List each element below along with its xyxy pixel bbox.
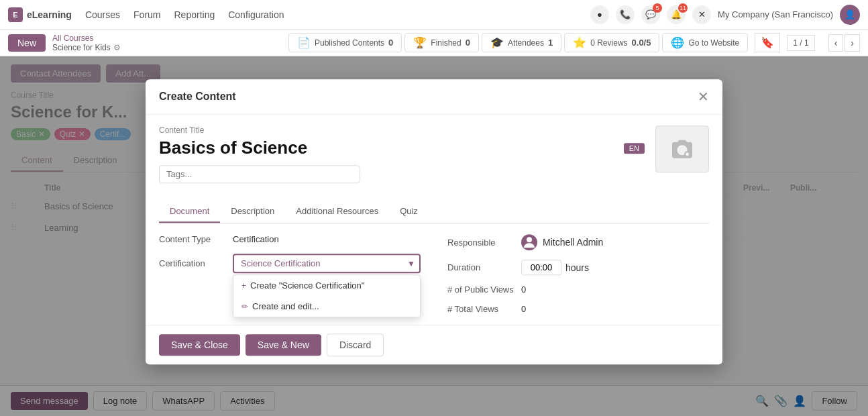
duration-unit: hours xyxy=(565,262,589,273)
reviews-label: 0 Reviews xyxy=(590,38,627,48)
attendees-label: Attendees xyxy=(508,38,544,48)
content-title-row: Basics of Science EN xyxy=(159,138,645,158)
bell-badge: 11 xyxy=(678,3,688,13)
bell-icon[interactable]: 🔔 11 xyxy=(667,5,686,24)
responsible-label: Responsible xyxy=(447,238,514,248)
settings-gear-icon[interactable]: ⚙ xyxy=(113,43,121,52)
edit-icon: ✏ xyxy=(241,302,248,311)
nav-reporting[interactable]: Reporting xyxy=(174,9,215,20)
breadcrumb: All Courses Science for Kids ⚙ xyxy=(52,34,121,52)
total-views-value: 0 xyxy=(521,304,526,314)
reviews-score: 0.0/5 xyxy=(632,38,651,48)
tab-document[interactable]: Document xyxy=(159,201,220,223)
public-views-field: # of Public Views 0 xyxy=(447,284,709,295)
create-certification-item[interactable]: + Create "Science Certification" xyxy=(233,275,420,296)
modal-close-button[interactable]: ✕ xyxy=(698,90,709,103)
duration-value-row: hours xyxy=(521,260,589,275)
content-type-value: Certification xyxy=(233,234,279,244)
nav-courses[interactable]: Courses xyxy=(85,9,120,20)
top-navigation: E eLearning Courses Forum Reporting Conf… xyxy=(0,0,868,30)
tab-additional-resources[interactable]: Additional Resources xyxy=(285,201,389,223)
published-contents-stat[interactable]: 📄 Published Contents 0 xyxy=(288,33,402,52)
public-views-value: 0 xyxy=(521,284,526,295)
website-icon: 🌐 xyxy=(671,36,684,49)
tags-input[interactable] xyxy=(159,165,360,183)
stats-bar: 📄 Published Contents 0 🏆 Finished 0 🎓 At… xyxy=(288,33,748,52)
user-avatar[interactable]: 👤 xyxy=(840,5,860,25)
create-edit-label: Create and edit... xyxy=(252,301,319,311)
next-button[interactable]: › xyxy=(845,34,860,52)
certification-label: Certification xyxy=(159,258,226,268)
main-area: Contact Attendees Add Att... Course Titl… xyxy=(0,56,868,416)
duration-field: Duration hours xyxy=(447,260,709,275)
phone-icon[interactable]: 📞 xyxy=(616,5,635,24)
attendees-count: 1 xyxy=(548,38,553,48)
language-badge[interactable]: EN xyxy=(624,143,645,154)
published-count: 0 xyxy=(388,38,393,48)
responsible-name: Mitchell Admin xyxy=(543,237,603,248)
content-image[interactable] xyxy=(655,125,709,172)
company-name: My Company (San Francisco) xyxy=(718,9,833,19)
reviews-icon: ⭐ xyxy=(573,36,586,49)
modal-body: Content Title Basics of Science EN Docum… xyxy=(146,115,722,325)
goto-label: Go to Website xyxy=(688,38,739,48)
form-content: Content Type Certification Certification… xyxy=(159,234,709,314)
close-icon[interactable]: ✕ xyxy=(692,5,711,24)
chat-badge: 5 xyxy=(653,3,662,13)
create-edit-item[interactable]: ✏ Create and edit... xyxy=(233,296,420,317)
modal-tabs: Document Description Additional Resource… xyxy=(159,201,709,223)
form-right: Responsible Mitchell Admin Duration h xyxy=(447,234,709,314)
content-type-label: Content Type xyxy=(159,234,226,244)
nav-configuration[interactable]: Configuration xyxy=(228,9,284,20)
certification-input[interactable] xyxy=(233,254,421,273)
main-nav: Courses Forum Reporting Configuration xyxy=(85,9,284,20)
nav-forum[interactable]: Forum xyxy=(133,9,160,20)
form-left: Content Type Certification Certification… xyxy=(159,234,421,314)
finished-icon: 🏆 xyxy=(413,36,427,49)
responsible-value: Mitchell Admin xyxy=(521,234,603,250)
responsible-field: Responsible Mitchell Admin xyxy=(447,234,709,250)
chat-icon[interactable]: 💬 5 xyxy=(641,5,660,24)
certification-field: Certification ▼ + Create "Science Certif… xyxy=(159,254,421,273)
circle-icon[interactable]: ● xyxy=(590,5,609,24)
finished-label: Finished xyxy=(431,38,461,48)
published-label: Published Contents xyxy=(315,38,384,48)
prev-button[interactable]: ‹ xyxy=(828,34,844,52)
page-indicator: 1 / 1 xyxy=(787,35,814,51)
duration-input[interactable] xyxy=(521,260,561,275)
public-views-label: # of Public Views xyxy=(447,284,514,295)
brand-label: eLearning xyxy=(27,9,72,20)
bookmark-button[interactable]: 🔖 xyxy=(755,33,780,52)
attendees-icon: 🎓 xyxy=(490,36,504,49)
breadcrumb-all-courses[interactable]: All Courses xyxy=(52,34,121,43)
new-button[interactable]: New xyxy=(8,34,46,52)
create-content-modal: Create Content ✕ Content Title Basics of… xyxy=(146,79,722,364)
svg-point-3 xyxy=(527,237,532,242)
brand-logo: E eLearning xyxy=(8,7,72,22)
certification-dropdown-wrapper: ▼ + Create "Science Certification" ✏ Cre… xyxy=(233,254,421,273)
company-selector[interactable]: My Company (San Francisco) xyxy=(718,9,833,19)
save-new-button[interactable]: Save & New xyxy=(246,334,321,356)
certification-dropdown: + Create "Science Certification" ✏ Creat… xyxy=(233,274,421,317)
content-title-label: Content Title xyxy=(159,125,645,135)
create-icon: + xyxy=(241,281,246,291)
modal-header: Create Content ✕ xyxy=(146,79,722,115)
published-icon: 📄 xyxy=(297,36,311,49)
attendees-stat[interactable]: 🎓 Attendees 1 xyxy=(482,33,561,52)
reviews-stat[interactable]: ⭐ 0 Reviews 0.0/5 xyxy=(564,33,659,52)
goto-website-stat[interactable]: 🌐 Go to Website xyxy=(662,33,748,52)
save-close-button[interactable]: Save & Close xyxy=(159,334,240,356)
top-nav-right: ● 📞 💬 5 🔔 11 ✕ My Company (San Francisco… xyxy=(590,5,860,25)
tab-quiz[interactable]: Quiz xyxy=(389,201,429,223)
modal-footer: Save & Close Save & New Discard xyxy=(146,325,722,364)
total-views-field: # Total Views 0 xyxy=(447,304,709,314)
logo-icon: E xyxy=(8,7,23,22)
finished-stat[interactable]: 🏆 Finished 0 xyxy=(404,33,479,52)
total-views-label: # Total Views xyxy=(447,304,514,314)
finished-count: 0 xyxy=(466,38,470,48)
content-title: Basics of Science xyxy=(159,138,307,158)
discard-button[interactable]: Discard xyxy=(327,333,384,356)
pagination-arrows: ‹ › xyxy=(828,34,860,52)
tab-description[interactable]: Description xyxy=(220,201,285,223)
content-type-field: Content Type Certification xyxy=(159,234,421,244)
